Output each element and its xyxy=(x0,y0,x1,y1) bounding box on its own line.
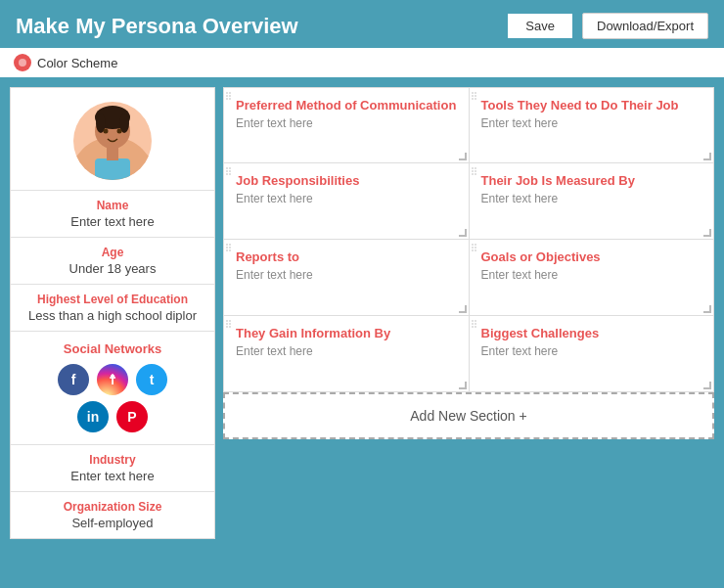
industry-label: Industry xyxy=(21,453,204,467)
grid-row-1: Job ResponsibilitiesEnter text hereTheir… xyxy=(223,163,714,240)
svg-rect-6 xyxy=(95,158,130,180)
age-value[interactable]: Under 18 years xyxy=(21,261,204,276)
drag-handle-icon xyxy=(226,320,231,328)
twitter-icon[interactable]: t xyxy=(136,364,167,395)
drag-handle-icon xyxy=(472,244,476,251)
linkedin-icon[interactable]: in xyxy=(77,401,109,432)
org-label: Organization Size xyxy=(21,500,204,514)
save-button[interactable]: Save xyxy=(506,12,574,40)
education-value[interactable]: Less than a high school diplor xyxy=(21,308,204,323)
industry-value[interactable]: Enter text here xyxy=(21,469,204,483)
sidebar-industry-field: Industry Enter text here xyxy=(11,444,214,491)
grid-cell-1-0[interactable]: Job ResponsibilitiesEnter text here xyxy=(223,163,470,240)
name-value[interactable]: Enter text here xyxy=(21,214,204,229)
age-label: Age xyxy=(21,246,204,259)
cell-value[interactable]: Enter text here xyxy=(236,268,457,282)
grid-rows: Preferred Method of CommunicationEnter t… xyxy=(223,87,714,392)
sidebar-name-field: Name Enter text here xyxy=(11,190,214,237)
sidebar-age-field: Age Under 18 years xyxy=(11,237,214,284)
drag-handle-icon xyxy=(472,92,476,100)
resize-handle-icon[interactable] xyxy=(459,229,467,237)
social-icons-row-2: in P xyxy=(21,401,204,432)
cell-title: Goals or Objectives xyxy=(481,249,702,264)
pinterest-icon[interactable]: P xyxy=(116,401,148,432)
education-label: Highest Level of Education xyxy=(21,293,204,306)
drag-handle-icon xyxy=(472,320,476,328)
cell-value[interactable]: Enter text here xyxy=(481,116,702,130)
cell-title: They Gain Information By xyxy=(236,326,457,340)
avatar xyxy=(73,102,152,180)
grid-cell-3-0[interactable]: They Gain Information ByEnter text here xyxy=(223,316,470,392)
sidebar-org-field: Organization Size Self-employed xyxy=(11,491,214,538)
social-networks-section: Social Networks f ☨ t in P xyxy=(11,331,214,444)
sidebar-panel: Name Enter text here Age Under 18 years … xyxy=(10,87,215,539)
cell-title: Their Job Is Measured By xyxy=(481,173,702,188)
svg-point-0 xyxy=(19,59,26,67)
resize-handle-icon[interactable] xyxy=(459,305,467,313)
drag-handle-icon xyxy=(226,167,231,175)
grid-cell-2-0[interactable]: Reports toEnter text here xyxy=(223,240,470,316)
instagram-icon[interactable]: ☨ xyxy=(97,364,128,395)
name-label: Name xyxy=(21,199,204,212)
cell-value[interactable]: Enter text here xyxy=(481,192,702,205)
cell-title: Preferred Method of Communication xyxy=(236,98,457,113)
resize-handle-icon[interactable] xyxy=(703,229,711,237)
drag-handle-icon xyxy=(226,92,231,100)
social-icons-row-1: f ☨ t xyxy=(21,364,204,395)
resize-handle-icon[interactable] xyxy=(703,382,711,389)
cell-value[interactable]: Enter text here xyxy=(481,344,702,358)
add-section-button[interactable]: Add New Section + xyxy=(223,392,714,439)
avatar-section xyxy=(73,88,152,190)
svg-point-8 xyxy=(104,129,109,134)
page-title: Make My Persona Overview xyxy=(16,14,298,39)
resize-handle-icon[interactable] xyxy=(703,153,711,160)
grid-cell-3-1[interactable]: Biggest ChallengesEnter text here xyxy=(470,316,715,392)
grid-cell-0-0[interactable]: Preferred Method of CommunicationEnter t… xyxy=(223,87,470,163)
toolbar: Color Scheme xyxy=(0,48,724,77)
color-scheme-icon[interactable] xyxy=(14,54,31,71)
header: Make My Persona Overview Save Download/E… xyxy=(0,0,724,48)
grid-row-2: Reports toEnter text hereGoals or Object… xyxy=(223,240,714,316)
grid-cell-0-1[interactable]: Tools They Need to Do Their JobEnter tex… xyxy=(470,87,715,163)
resize-handle-icon[interactable] xyxy=(459,153,467,160)
main-content: Name Enter text here Age Under 18 years … xyxy=(0,77,724,549)
avatar-image xyxy=(73,102,152,180)
grid-area: Preferred Method of CommunicationEnter t… xyxy=(223,87,714,539)
cell-value[interactable]: Enter text here xyxy=(236,116,457,130)
svg-point-9 xyxy=(117,129,122,134)
add-section-label: Add New Section + xyxy=(410,408,526,424)
cell-title: Reports to xyxy=(236,249,457,264)
header-actions: Save Download/Export xyxy=(506,12,708,40)
facebook-icon[interactable]: f xyxy=(58,364,89,395)
grid-cell-1-1[interactable]: Their Job Is Measured ByEnter text here xyxy=(470,163,715,240)
cell-value[interactable]: Enter text here xyxy=(481,268,702,282)
grid-cell-2-1[interactable]: Goals or ObjectivesEnter text here xyxy=(470,240,715,316)
cell-title: Tools They Need to Do Their Job xyxy=(481,98,702,113)
drag-handle-icon xyxy=(472,167,476,175)
org-value[interactable]: Self-employed xyxy=(21,516,204,530)
color-scheme-label[interactable]: Color Scheme xyxy=(37,56,117,70)
resize-handle-icon[interactable] xyxy=(703,305,711,313)
cell-title: Biggest Challenges xyxy=(481,326,702,340)
social-label: Social Networks xyxy=(21,341,204,356)
download-button[interactable]: Download/Export xyxy=(582,13,708,39)
cell-title: Job Responsibilities xyxy=(236,173,457,188)
grid-row-3: They Gain Information ByEnter text hereB… xyxy=(223,316,714,392)
drag-handle-icon xyxy=(226,244,231,251)
cell-value[interactable]: Enter text here xyxy=(236,192,457,205)
svg-rect-7 xyxy=(107,147,118,160)
sidebar-education-field: Highest Level of Education Less than a h… xyxy=(11,284,214,331)
cell-value[interactable]: Enter text here xyxy=(236,344,457,358)
resize-handle-icon[interactable] xyxy=(459,382,467,389)
grid-row-0: Preferred Method of CommunicationEnter t… xyxy=(223,87,714,163)
